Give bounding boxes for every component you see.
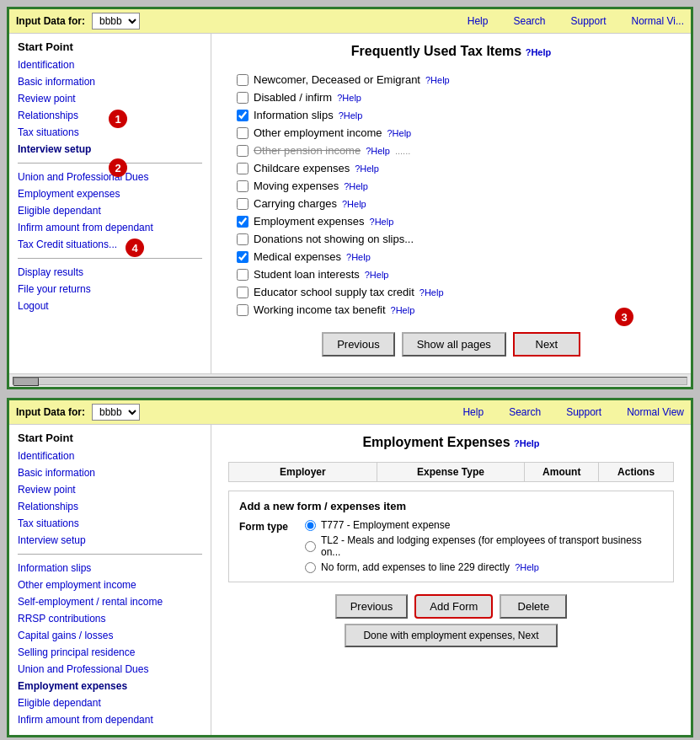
start-point-label-1: Start Point <box>18 40 202 53</box>
next-button-1[interactable]: Next <box>513 332 580 357</box>
btn-row-2: Previous Add Form Delete Done with emplo… <box>228 594 674 647</box>
annotation-badge-4: 4 <box>126 239 144 257</box>
show-all-button-1[interactable]: Show all pages <box>402 332 506 357</box>
sidebar-basic-info-1[interactable]: Basic information <box>18 73 202 90</box>
sidebar-logout-1[interactable]: Logout <box>18 298 202 314</box>
sidebar-tax-credit-1[interactable]: Tax Credit situations... <box>18 236 202 253</box>
checkbox-pension[interactable] <box>237 145 248 157</box>
help-newcomer[interactable]: ?Help <box>425 75 450 85</box>
sidebar-identification-1[interactable]: Identification <box>18 56 202 73</box>
sidebar-eligible-dep-1[interactable]: Eligible dependant <box>18 202 202 219</box>
sidebar-selling-principal-2[interactable]: Selling principal residence <box>18 644 202 661</box>
help-pension[interactable]: ?Help <box>366 146 390 156</box>
sidebar-other-emp-2[interactable]: Other employment income <box>18 576 202 593</box>
nav-help-1[interactable]: Help <box>468 15 489 27</box>
checkbox-student-loan[interactable] <box>237 269 248 281</box>
help-educator[interactable]: ?Help <box>419 287 444 298</box>
sidebar-basic-info-2[interactable]: Basic information <box>18 464 202 481</box>
sidebar-eligible-dep-2[interactable]: Eligible dependant <box>18 694 202 711</box>
previous-button-2[interactable]: Previous <box>335 594 409 619</box>
content-help-link-2[interactable]: ?Help <box>514 438 540 448</box>
help-other-employment[interactable]: ?Help <box>387 128 411 138</box>
btn-row-2-inner: Previous Add Form Delete <box>335 594 568 619</box>
panel-1: Input Data for: bbbb Help Search Support… <box>7 7 693 389</box>
radio-tl2-input[interactable] <box>305 541 316 552</box>
checkbox-disabled[interactable] <box>237 92 248 104</box>
radio-tl2[interactable]: TL2 - Meals and lodging expenses (for em… <box>305 534 663 558</box>
checkbox-item-childcare: Childcare expenses ?Help <box>237 159 665 177</box>
nav-view-2[interactable]: Normal View <box>627 406 684 418</box>
help-moving[interactable]: ?Help <box>344 181 368 191</box>
checkbox-moving[interactable] <box>237 180 248 192</box>
sidebar-info-slips-2[interactable]: Information slips <box>18 560 202 576</box>
checkbox-item-moving: Moving expenses ?Help <box>237 177 665 195</box>
checkbox-working-income[interactable] <box>237 304 248 316</box>
help-no-form[interactable]: ?Help <box>515 562 539 572</box>
nav-support-1[interactable]: Support <box>571 15 606 27</box>
add-form-button[interactable]: Add Form <box>414 594 493 619</box>
col-actions: Actions <box>599 463 673 481</box>
help-working-income[interactable]: ?Help <box>391 305 415 315</box>
checkbox-other-employment[interactable] <box>237 127 248 139</box>
sidebar-tax-situations-2[interactable]: Tax situations <box>18 515 202 532</box>
sidebar-file-returns-1[interactable]: File your returns <box>18 281 202 298</box>
sidebar-display-results-1[interactable]: Display results <box>18 264 202 281</box>
nav-search-2[interactable]: Search <box>509 406 541 418</box>
start-point-label-2: Start Point <box>18 432 202 444</box>
checkbox-donations[interactable] <box>237 233 248 245</box>
content-title-1: Frequently Used Tax Items ?Help <box>228 44 674 59</box>
help-childcare[interactable]: ?Help <box>355 164 379 174</box>
previous-button-1[interactable]: Previous <box>322 332 395 357</box>
sidebar-union-dues-2[interactable]: Union and Professional Dues <box>18 661 202 678</box>
sidebar-interview-setup-2[interactable]: Interview setup <box>18 532 202 549</box>
sidebar-employment-exp-1[interactable]: Employment expenses <box>18 185 202 202</box>
checkbox-childcare[interactable] <box>237 163 248 174</box>
radio-t777[interactable]: T777 - Employment expense <box>305 519 663 531</box>
input-data-select-2[interactable]: bbbb <box>92 404 140 421</box>
sidebar-infirm-dep-2[interactable]: Infirm amount from dependant <box>18 711 202 728</box>
input-data-select-1[interactable]: bbbb <box>92 13 140 29</box>
help-student-loan[interactable]: ?Help <box>365 270 389 280</box>
checkbox-emp-expenses[interactable] <box>237 216 248 228</box>
sidebar-review-point-1[interactable]: Review point <box>18 90 202 107</box>
checkbox-newcomer[interactable] <box>237 74 248 86</box>
annotation-badge-1: 1 <box>109 110 127 128</box>
checkbox-item-newcomer: Newcomer, Deceased or Emigrant ?Help <box>237 71 665 88</box>
content-help-link-1[interactable]: ?Help <box>526 47 552 57</box>
sidebar-infirm-dep-1[interactable]: Infirm amount from dependant <box>18 219 202 236</box>
sidebar-rrsp-2[interactable]: RRSP contributions <box>18 610 202 627</box>
sidebar-self-emp-2[interactable]: Self-employment / rental income <box>18 593 202 610</box>
nav-search-1[interactable]: Search <box>513 15 545 27</box>
help-disabled[interactable]: ?Help <box>337 93 361 103</box>
sidebar-capital-gains-2[interactable]: Capital gains / losses <box>18 627 202 644</box>
radio-no-form-input[interactable] <box>305 562 316 573</box>
checkbox-educator[interactable] <box>237 287 248 298</box>
radio-no-form[interactable]: No form, add expenses to line 229 direct… <box>305 561 663 573</box>
expenses-table-header: Employer Expense Type Amount Actions <box>228 462 674 482</box>
nav-help-2[interactable]: Help <box>462 406 484 418</box>
help-medical[interactable]: ?Help <box>346 252 371 262</box>
sidebar-identification-2[interactable]: Identification <box>18 448 202 464</box>
nav-view-1[interactable]: Normal Vi... <box>632 15 684 27</box>
sidebar-interview-setup-1[interactable]: Interview setup <box>18 141 202 158</box>
checkbox-item-info-slips: Information slips ?Help <box>237 106 665 124</box>
delete-button[interactable]: Delete <box>500 594 567 619</box>
nav-support-2[interactable]: Support <box>566 406 601 418</box>
sidebar-employment-exp-2[interactable]: Employment expenses <box>18 678 202 694</box>
checkbox-carrying[interactable] <box>237 198 248 210</box>
input-data-label-1: Input Data for: <box>16 15 85 27</box>
checkbox-list-1: Newcomer, Deceased or Emigrant ?Help Dis… <box>228 71 674 319</box>
help-carrying[interactable]: ?Help <box>342 199 366 209</box>
radio-t777-input[interactable] <box>305 520 316 531</box>
checkbox-medical[interactable] <box>237 251 248 263</box>
checkbox-info-slips[interactable] <box>237 110 248 121</box>
help-emp-expenses[interactable]: ?Help <box>370 217 394 227</box>
help-info-slips[interactable]: ?Help <box>339 110 363 121</box>
content-title-2: Employment Expenses ?Help <box>228 435 674 450</box>
scrollbar-1[interactable] <box>9 373 691 387</box>
sidebar-relationships-2[interactable]: Relationships <box>18 498 202 515</box>
done-next-button[interactable]: Done with employment expenses, Next <box>345 624 557 647</box>
checkbox-item-pension: Other pension income ?Help ...... <box>237 142 665 159</box>
sidebar-review-point-2[interactable]: Review point <box>18 481 202 498</box>
col-expense-type: Expense Type <box>377 463 526 481</box>
